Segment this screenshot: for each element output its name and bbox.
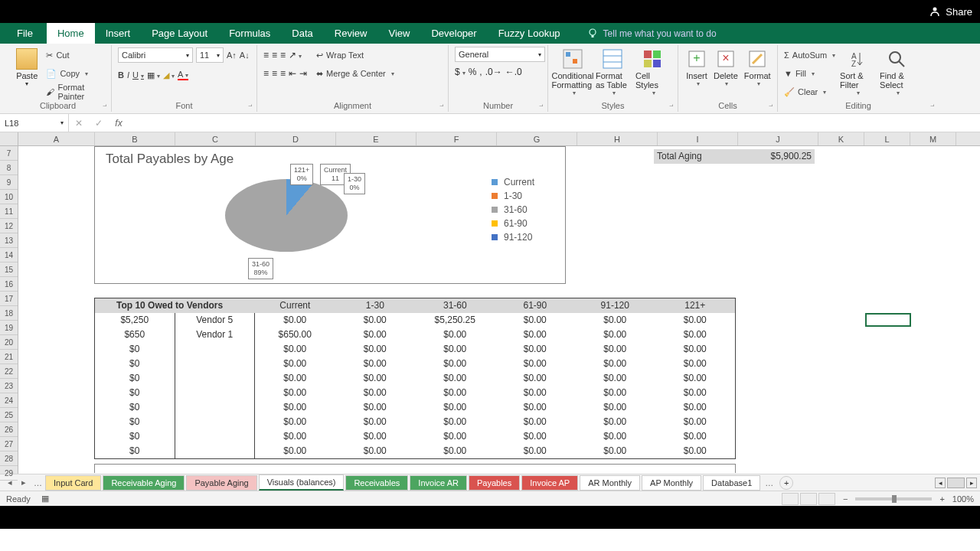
col-header-C[interactable]: C [175, 132, 256, 145]
sheet-tab-payables[interactable]: Payables [469, 475, 520, 491]
font-size-select[interactable]: 11▾ [196, 47, 224, 63]
tab-home[interactable]: Home [47, 23, 95, 44]
format-cells-button[interactable]: Format [743, 47, 773, 89]
row-header-7[interactable]: 7 [0, 146, 18, 161]
select-all-corner[interactable] [0, 132, 18, 145]
increase-font-button[interactable]: A↑ [227, 51, 237, 60]
sheet-tab-receivables[interactable]: Receivables [345, 475, 408, 491]
tell-me-search[interactable]: Tell me what you want to do [586, 23, 717, 44]
tab-nav-ellipsis[interactable]: … [31, 478, 45, 487]
col-header-H[interactable]: H [577, 132, 658, 145]
insert-cells-button[interactable]: +Insert [684, 47, 709, 89]
italic-button[interactable]: I [127, 70, 129, 80]
col-header-G[interactable]: G [497, 132, 577, 145]
font-name-select[interactable]: Calibri▾ [118, 47, 193, 63]
new-sheet-button[interactable]: + [779, 476, 793, 490]
fx-button[interactable]: fx [109, 118, 129, 129]
col-header-F[interactable]: F [416, 132, 497, 145]
enter-formula-button[interactable]: ✓ [89, 118, 109, 129]
cut-button[interactable]: ✂ Cut [46, 47, 105, 64]
row-header-24[interactable]: 24 [0, 393, 18, 408]
zoom-slider[interactable] [855, 497, 932, 500]
col-header-A[interactable]: A [18, 132, 95, 145]
row-header-29[interactable]: 29 [0, 466, 18, 481]
row-header-9[interactable]: 9 [0, 175, 18, 190]
number-format-select[interactable]: General▾ [455, 47, 545, 62]
row-header-28[interactable]: 28 [0, 452, 18, 466]
row-header-16[interactable]: 16 [0, 277, 18, 292]
paste-button[interactable]: Paste▾ [11, 47, 43, 89]
tab-fuzzy-lookup[interactable]: Fuzzy Lookup [488, 23, 571, 44]
increase-decimal-button[interactable]: .0→ [485, 67, 502, 77]
zoom-out-button[interactable]: − [843, 494, 848, 504]
row-header-17[interactable]: 17 [0, 292, 18, 306]
conditional-formatting-button[interactable]: Conditional Formatting [554, 47, 591, 98]
tab-formulas[interactable]: Formulas [218, 23, 281, 44]
tab-file[interactable]: File [3, 23, 47, 44]
format-as-table-button[interactable]: Format as Table [594, 47, 631, 98]
row-header-21[interactable]: 21 [0, 350, 18, 364]
find-select-button[interactable]: Find & Select [878, 47, 915, 98]
autosum-button[interactable]: Σ AutoSum [784, 47, 835, 64]
macro-record-icon[interactable]: ▦ [41, 494, 49, 504]
merge-center-button[interactable]: ⬌ Merge & Center [316, 65, 394, 82]
align-center-button[interactable]: ≡ [272, 68, 277, 79]
tab-insert[interactable]: Insert [95, 23, 142, 44]
col-header-D[interactable]: D [256, 132, 336, 145]
row-header-19[interactable]: 19 [0, 321, 18, 335]
wrap-text-button[interactable]: ↩ Wrap Text [316, 47, 394, 64]
name-box[interactable]: L18▾ [0, 114, 69, 132]
row-header-23[interactable]: 23 [0, 379, 18, 393]
decrease-decimal-button[interactable]: ←.0 [505, 67, 522, 77]
row-header-27[interactable]: 27 [0, 437, 18, 452]
fill-button[interactable]: ▼ Fill [784, 65, 835, 82]
row-header-14[interactable]: 14 [0, 248, 18, 262]
row-header-13[interactable]: 13 [0, 233, 18, 248]
tab-view[interactable]: View [377, 23, 420, 44]
row-header-26[interactable]: 26 [0, 422, 18, 437]
font-color-button[interactable]: A [178, 70, 188, 80]
pie-chart[interactable]: Total Payables by Age 121+0% Current11 1… [94, 146, 566, 284]
copy-button[interactable]: 📄 Copy [46, 65, 105, 82]
tab-data[interactable]: Data [281, 23, 323, 44]
align-top-button[interactable]: ≡ [263, 50, 269, 60]
delete-cells-button[interactable]: ×Delete [712, 47, 740, 89]
formula-bar[interactable] [129, 118, 980, 129]
format-painter-button[interactable]: 🖌 Format Painter [46, 83, 105, 100]
row-header-10[interactable]: 10 [0, 190, 18, 204]
sheet-tab-database1[interactable]: Database1 [703, 475, 760, 491]
decrease-font-button[interactable]: A↓ [240, 51, 250, 60]
bold-button[interactable]: B [118, 70, 124, 80]
increase-indent-button[interactable]: ⇥ [299, 68, 307, 79]
row-header-22[interactable]: 22 [0, 364, 18, 379]
col-header-I[interactable]: I [658, 132, 738, 145]
percent-format-button[interactable]: % [469, 67, 477, 77]
sheet-tab-ap-monthly[interactable]: AP Monthly [642, 475, 701, 491]
col-header-L[interactable]: L [864, 132, 910, 145]
tab-nav-next[interactable]: ▸ [17, 478, 31, 487]
row-header-25[interactable]: 25 [0, 408, 18, 422]
col-header-J[interactable]: J [738, 132, 818, 145]
align-left-button[interactable]: ≡ [263, 68, 269, 79]
tab-page-layout[interactable]: Page Layout [141, 23, 218, 44]
sheet-tab-invoice-ar[interactable]: Invoice AR [410, 475, 467, 491]
sort-filter-button[interactable]: AZSort & Filter [838, 47, 875, 98]
orientation-button[interactable]: ↗ [289, 50, 302, 60]
view-page-break-button[interactable] [818, 493, 835, 505]
borders-button[interactable]: ▦ [147, 70, 160, 80]
sheet-tab-visuals-balances[interactable]: Visuals (balances) [259, 474, 345, 491]
share-button[interactable]: Share [929, 5, 972, 18]
align-bottom-button[interactable]: ≡ [280, 50, 286, 60]
fill-color-button[interactable]: ◢ [163, 70, 175, 80]
row-header-20[interactable]: 20 [0, 335, 18, 350]
comma-format-button[interactable]: , [479, 67, 482, 77]
clear-button[interactable]: 🧹 Clear [784, 83, 835, 100]
zoom-level[interactable]: 100% [952, 494, 974, 504]
row-header-11[interactable]: 11 [0, 204, 18, 219]
tab-overflow[interactable]: … [762, 478, 776, 487]
decrease-indent-button[interactable]: ⇤ [289, 68, 296, 79]
tab-developer[interactable]: Developer [420, 23, 487, 44]
row-header-8[interactable]: 8 [0, 161, 18, 175]
cell-styles-button[interactable]: Cell Styles [634, 47, 671, 98]
worksheet-grid[interactable]: Total Payables by Age 121+0% Current11 1… [18, 146, 980, 474]
